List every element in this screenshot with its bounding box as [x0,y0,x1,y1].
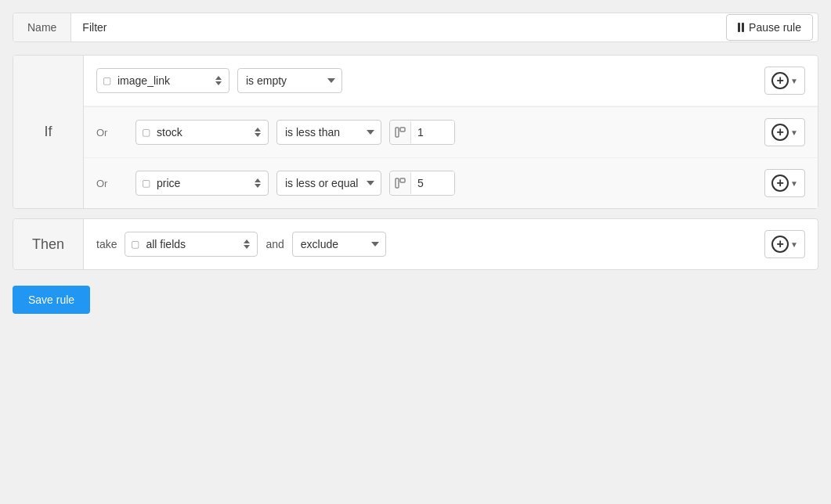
or-section: Or ▢ image_link stock price title is emp… [84,106,818,208]
or1-operator-select[interactable]: is empty is not empty is less than is le… [276,120,381,145]
svg-rect-1 [400,128,405,131]
pause-rule-label: Pause rule [749,21,801,34]
name-input[interactable] [71,13,726,41]
or1-field-wrapper: ▢ image_link stock price title [135,120,269,145]
value-icon-or2 [390,172,411,194]
save-rule-button[interactable]: Save rule [13,286,90,314]
take-label: take [96,238,117,250]
chevron-down-icon-then: ▼ [790,240,798,249]
pause-bar-1 [738,23,740,32]
then-field-wrapper: ▢ all fields specific fields [125,232,258,257]
plus-icon-then: + [771,236,789,253]
or2-value-input[interactable] [411,171,454,195]
value-icon-or1 [390,121,411,143]
plus-icon-or1: + [771,124,789,141]
name-label: Name [13,13,71,41]
pause-bar-2 [742,23,744,32]
or-label-2: Or [96,178,128,189]
pause-rule-button[interactable]: Pause rule [726,14,813,41]
if-field-select[interactable]: image_link stock price title [96,68,229,93]
if-condition-row: ▢ image_link stock price title is empty … [84,56,818,106]
then-add-button[interactable]: + ▼ [764,230,805,258]
then-label: Then [13,219,84,269]
if-operator-select[interactable]: is empty is not empty is less than is le… [237,68,342,93]
svg-rect-3 [400,178,405,182]
page-container: Name Pause rule If ▢ image_link stock pr… [13,13,818,314]
or-label-1: Or [96,127,128,139]
or-condition-row-2: Or ▢ image_link stock price title is emp… [84,158,818,208]
or1-field-select[interactable]: image_link stock price title [135,120,269,145]
plus-icon-or2: + [771,175,789,192]
if-section: If ▢ image_link stock price title is emp… [13,55,818,209]
or2-operator-select[interactable]: is empty is not empty is less than is le… [276,171,381,196]
svg-rect-0 [396,128,399,137]
then-row: take ▢ all fields specific fields and ex… [84,219,818,269]
value-svg-or2 [395,178,406,189]
svg-rect-2 [396,178,399,188]
chevron-down-icon-or1: ▼ [790,128,798,137]
then-section-content: take ▢ all fields specific fields and ex… [84,219,818,269]
or2-field-wrapper: ▢ image_link stock price title [135,171,269,196]
or1-add-button[interactable]: + ▼ [764,118,805,146]
pause-icon [738,23,744,32]
if-label: If [13,56,84,208]
name-bar: Name Pause rule [13,13,818,42]
chevron-down-icon-or2: ▼ [790,179,798,188]
then-section: Then take ▢ all fields specific fields a… [13,218,818,270]
plus-icon-if: + [771,72,789,89]
or2-add-button[interactable]: + ▼ [764,169,805,197]
if-add-button[interactable]: + ▼ [764,67,805,95]
or2-field-select[interactable]: image_link stock price title [135,171,269,196]
then-field-select[interactable]: all fields specific fields [125,232,258,257]
or1-value-wrapper [389,120,455,145]
or1-value-input[interactable] [411,121,454,144]
and-label: and [266,238,284,250]
or-condition-row-1: Or ▢ image_link stock price title is emp… [84,107,818,158]
value-svg-or1 [395,127,406,138]
if-section-content: ▢ image_link stock price title is empty … [84,56,818,208]
then-action-select[interactable]: exclude include transform [292,232,386,257]
if-field-wrapper: ▢ image_link stock price title [96,68,229,93]
or2-value-wrapper [389,171,455,196]
chevron-down-icon-if: ▼ [790,77,798,85]
